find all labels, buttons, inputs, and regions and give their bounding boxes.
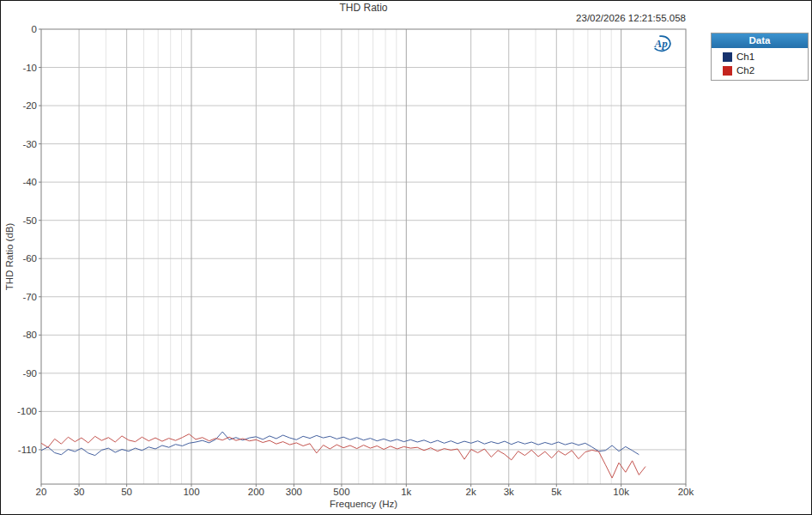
y-tick-label: -60 xyxy=(1,252,37,264)
x-tick-label: 5k xyxy=(537,486,575,498)
y-tick-label: -80 xyxy=(1,329,37,341)
x-tick-label: 20 xyxy=(22,486,60,498)
legend-item-label: Ch2 xyxy=(736,65,754,76)
y-tick-label: -110 xyxy=(1,444,37,456)
y-tick-label: -40 xyxy=(1,176,37,188)
ap-logo-text: Ap xyxy=(654,37,669,50)
y-tick-label: -50 xyxy=(1,215,37,227)
legend-item-ch1[interactable]: Ch1 xyxy=(712,48,808,62)
y-tick-label: -70 xyxy=(1,291,37,303)
series-ch2-line xyxy=(41,434,645,478)
graph-window: THD Ratio 23/02/2026 12:21:55.058 THD Ra… xyxy=(0,0,812,515)
y-tick-label: -30 xyxy=(1,138,37,150)
timestamp: 23/02/2026 12:21:55.058 xyxy=(41,13,686,23)
x-tick-label: 3k xyxy=(490,486,528,498)
x-tick-label: 50 xyxy=(108,486,146,498)
legend-panel: Data Ch1 Ch2 xyxy=(711,33,809,81)
plot-border xyxy=(41,29,686,484)
ch1-color-swatch xyxy=(723,52,732,62)
ap-logo-icon: Ap xyxy=(650,33,677,54)
x-tick-label: 30 xyxy=(60,486,98,498)
chart-title: THD Ratio xyxy=(41,2,686,14)
x-axis-label: Frequency (Hz) xyxy=(41,499,686,509)
x-tick-label: 200 xyxy=(237,486,275,498)
x-tick-label: 2k xyxy=(452,486,490,498)
legend-item-ch2[interactable]: Ch2 xyxy=(712,62,808,76)
series-ch1-line xyxy=(41,432,639,456)
x-tick-label: 1k xyxy=(387,486,425,498)
x-tick-label: 10k xyxy=(603,486,640,498)
x-tick-label: 500 xyxy=(323,486,361,498)
plot-area[interactable] xyxy=(1,1,812,515)
x-tick-label: 300 xyxy=(275,486,312,498)
x-tick-label: 20k xyxy=(667,486,705,498)
y-tick-label: 0 xyxy=(1,23,37,35)
legend-header: Data xyxy=(712,33,808,48)
y-tick-label: -20 xyxy=(1,100,37,112)
legend-item-label: Ch1 xyxy=(736,52,754,62)
y-tick-label: -90 xyxy=(1,367,37,379)
y-tick-label: -100 xyxy=(1,405,37,417)
x-tick-label: 100 xyxy=(173,486,210,498)
y-tick-label: -10 xyxy=(1,62,37,74)
ch2-color-swatch xyxy=(723,66,732,76)
